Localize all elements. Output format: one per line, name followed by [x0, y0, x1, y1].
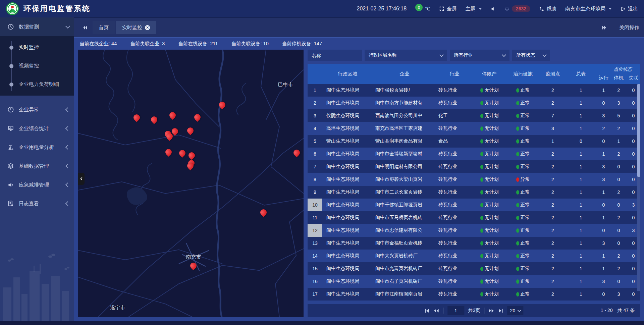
sidebar-item-emergency-reduction[interactable]: 应急减排管理 — [0, 175, 74, 194]
table-header: 行政区域 企业 行业 停限产 治污设施 监测点 总表 点位状态 运行 — [308, 64, 640, 84]
table-row[interactable]: 1阆中生态环境局阆中强锐页岩砖厂砖瓦行业无计划正常21120 — [308, 84, 640, 97]
map-pin[interactable] — [164, 148, 173, 157]
status-summary-bar: 当前在线企业: 44 当前失联企业: 3 当前在线设备: 211 当前失联设备:… — [74, 37, 644, 50]
cell-company: 西南油气田分公司川中 — [373, 113, 436, 119]
table-row[interactable]: 3仪陇生态环境局西南油气田分公司川中化工无计划正常71350 — [308, 109, 640, 122]
prev-page-button[interactable] — [433, 308, 439, 313]
logout-button[interactable]: 退出 — [621, 6, 638, 12]
first-page-button[interactable] — [424, 308, 429, 313]
table-row[interactable]: 15阆中生态环境局阆中市光富页岩机砖厂砖瓦行业无计划正常21120 — [308, 262, 640, 275]
tab-home[interactable]: 首页 — [93, 21, 115, 34]
map-pin[interactable] — [292, 148, 301, 157]
cell-stopped: 3 — [611, 100, 626, 106]
sidebar-item-realtime-monitoring[interactable]: 实时监控 — [0, 38, 74, 57]
industry-select[interactable]: 所有行业 — [450, 50, 509, 61]
row-index: 11 — [308, 211, 322, 224]
map-panel[interactable]: 巴中市南充市遂宁市 — [78, 50, 304, 317]
notifications[interactable]: 2632 — [504, 5, 530, 12]
map-pin[interactable] — [189, 261, 198, 270]
user-menu[interactable]: 南充市生态环境局 — [565, 6, 612, 12]
cell-monitor-points: 2 — [540, 253, 566, 259]
sound-button[interactable] — [491, 6, 496, 11]
layers-icon — [7, 163, 14, 169]
table-row[interactable]: 14阆中生态环境局阆中大兴页岩机砖厂砖瓦行业无计划正常21120 — [308, 250, 640, 262]
region-select[interactable]: 行政区域名称 — [365, 50, 447, 61]
epa-logo-icon — [6, 2, 19, 15]
table-row[interactable]: 16阆中生态环境局阆中市石子页岩机砖厂砖瓦行业无计划正常21300 — [308, 275, 640, 288]
cell-total-meters: 1 — [566, 100, 596, 106]
sidebar-item-power-load-detail[interactable]: 企业电力负荷明细 — [0, 75, 74, 94]
tabs-scroll-left-button[interactable] — [79, 25, 91, 31]
next-page-button[interactable] — [489, 308, 494, 313]
online-companies-value: 44 — [111, 41, 117, 46]
row-index: 4 — [308, 122, 322, 135]
record-total: 共 47 条 — [618, 308, 635, 314]
table-row[interactable]: 13阆中生态环境局阆中市金福旺页岩机砖砖瓦行业无计划正常21300 — [308, 237, 640, 250]
table-row[interactable]: 8阆中生态环境局阆中市枣碧大梁山页岩砖瓦行业无计划异常21300 — [308, 173, 640, 186]
tabs-scroll-right-button[interactable] — [598, 25, 610, 31]
page-number-input[interactable] — [447, 306, 464, 315]
table-row[interactable]: 2阆中生态环境局阆中市南方节能建材有砖瓦行业无计划正常21030 — [308, 97, 640, 109]
sidebar-item-video-monitoring[interactable]: 视频监控 — [0, 57, 74, 75]
name-search-input[interactable] — [308, 50, 362, 61]
status-dot-ok-icon — [516, 228, 519, 233]
sidebar-item-enterprise-statistics[interactable]: 企业综合统计 — [0, 119, 74, 138]
lost-devices-label: 当前失联设备: — [231, 41, 262, 46]
cell-monitor-points: 1 — [540, 139, 566, 144]
header-limit: 停限产 — [473, 71, 506, 77]
map-pin[interactable] — [218, 100, 227, 109]
map-pin[interactable] — [186, 126, 195, 135]
header-meters: 总表 — [566, 71, 596, 77]
table-row[interactable]: 7阆中生态环境局阆中明阳建材有限公司砖瓦行业无计划正常21300 — [308, 160, 640, 173]
sidebar-item-data-monitoring[interactable]: 数据监测 — [0, 17, 74, 36]
sidebar-item-enterprise-anomaly[interactable]: 企业异常 — [0, 100, 74, 119]
cell-total-meters: 1 — [566, 291, 596, 297]
table-row[interactable]: 12阆中生态环境局阆中市忠信建材有限公砖瓦行业无计划正常21003 — [308, 224, 640, 237]
close-operations-button[interactable]: 关闭操作 — [619, 24, 639, 31]
row-index: 1 — [308, 84, 322, 97]
map-pin[interactable] — [178, 149, 187, 158]
status-select[interactable]: 所有状态 — [512, 50, 550, 61]
table-row[interactable]: 4高坪生态环境局南充市高坪区王家店建砖瓦行业无计划正常31220 — [308, 122, 640, 135]
map-pin[interactable] — [187, 151, 196, 160]
map-pin[interactable] — [150, 115, 159, 124]
page-size-select[interactable]: 20 — [507, 306, 524, 315]
help-button[interactable]: 帮助 — [539, 6, 556, 12]
table-row[interactable]: 17阆中生态环境局阆中市江南镇阆南页岩砖瓦行业无计划正常21030 — [308, 288, 640, 301]
status-dot-alarm-icon — [516, 177, 519, 182]
table-row[interactable]: 9阆中生态环境局阆中市二龙长宝页岩砖砖瓦行业无计划正常21120 — [308, 186, 640, 199]
cell-stopped: 1 — [611, 139, 626, 144]
cell-limit-production: 无计划 — [473, 202, 506, 208]
map-pin[interactable] — [259, 208, 268, 217]
cell-stopped: 2 — [611, 215, 626, 220]
header-lost: 失联 — [626, 75, 640, 81]
table-row[interactable]: 11阆中生态环境局阆中市五马桥页岩机砖砖瓦行业无计划正常21120 — [308, 211, 640, 224]
scrollbar-thumb[interactable] — [637, 84, 640, 177]
fullscreen-button[interactable]: 全屏 — [439, 6, 457, 12]
tab-realtime-monitoring[interactable]: 实时监控 ✕ — [116, 21, 156, 34]
close-tab-icon[interactable]: ✕ — [145, 25, 150, 30]
cell-running: 0 — [596, 100, 611, 106]
cell-running: 1 — [596, 215, 611, 220]
sidebar-item-log-view[interactable]: 日志查看 — [0, 194, 74, 213]
map-pin[interactable] — [168, 111, 177, 120]
chevron-down-icon — [608, 8, 612, 10]
chevron-down-icon — [518, 308, 521, 312]
map-collapse-handle[interactable] — [78, 173, 85, 185]
pagination-summary: 1 - 20 共 47 条 — [601, 308, 640, 314]
row-index: 16 — [308, 275, 322, 288]
map-pin[interactable] — [132, 113, 141, 122]
cell-limit-production: 无计划 — [473, 176, 506, 182]
cell-company: 阆中市江南镇阆南页岩 — [373, 291, 436, 297]
map-pin[interactable] — [193, 113, 202, 122]
last-page-button[interactable] — [498, 308, 503, 313]
table-row[interactable]: 5营山生态环境局营山县润丰肉食品有限食品无计划正常10010 — [308, 135, 640, 148]
table-row[interactable]: 6阆中生态环境局阆中市金博瑞新型墙材砖瓦行业无计划正常21120 — [308, 148, 640, 160]
table-row[interactable]: 10阆中生态环境局阆中千佛镇五郎垭页岩砖瓦行业无计划正常21003 — [308, 199, 640, 211]
table-row[interactable]: 18南部生态环境局南部县弘化页岩有限公建材加工无计划正常60060 — [308, 301, 640, 304]
status-dot-ok-icon — [480, 165, 483, 169]
sidebar-item-electricity-analysis[interactable]: 企业用电量分析 — [0, 138, 74, 157]
cell-limit-production: 无计划 — [473, 100, 506, 106]
sidebar-item-base-data-management[interactable]: 基础数据管理 — [0, 157, 74, 175]
theme-button[interactable]: 主题 — [466, 6, 482, 12]
